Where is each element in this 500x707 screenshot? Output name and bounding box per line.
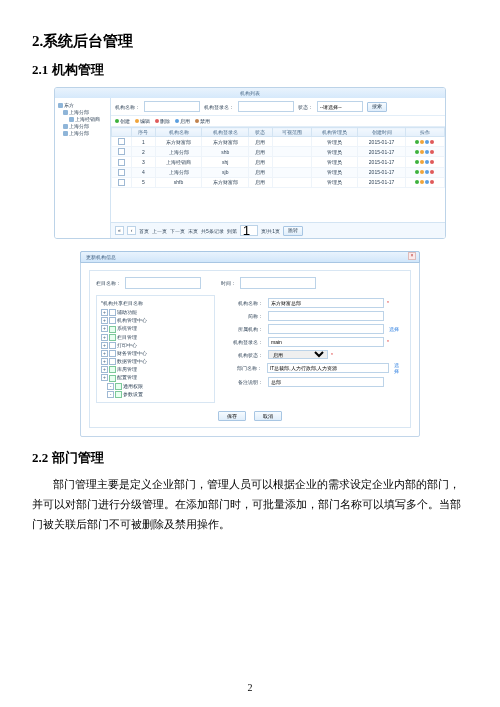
tree-item[interactable]: -参数设置 <box>101 390 210 398</box>
action-icon[interactable] <box>420 140 424 144</box>
action-icon[interactable] <box>420 160 424 164</box>
tree-item[interactable]: +系统管理 <box>101 324 210 332</box>
search-org-name[interactable] <box>144 101 200 112</box>
pager-go[interactable]: 跳转 <box>283 226 303 236</box>
action-icon[interactable] <box>420 150 424 154</box>
pager-prev[interactable]: ‹ <box>127 226 136 235</box>
checkbox[interactable] <box>109 350 116 357</box>
checkbox[interactable] <box>109 326 116 333</box>
search-button[interactable]: 搜索 <box>367 102 387 112</box>
expand-icon[interactable]: + <box>101 358 108 365</box>
expand-icon[interactable]: + <box>101 366 108 373</box>
close-icon[interactable]: × <box>408 252 416 260</box>
action-icon[interactable] <box>430 150 434 154</box>
tree-item[interactable]: 上海分部 <box>69 109 89 115</box>
enable-button[interactable]: 启用 <box>175 118 190 124</box>
action-icon[interactable] <box>425 170 429 174</box>
tree-item[interactable]: +打印中心 <box>101 341 210 349</box>
table-cell: shfb <box>155 177 202 187</box>
remark-input[interactable] <box>268 377 384 387</box>
checkbox[interactable] <box>109 375 116 382</box>
table-row[interactable]: 2上海分部shb启用管理员2015-01-17 <box>112 147 445 157</box>
edit-button[interactable]: 编辑 <box>135 118 150 124</box>
checkbox[interactable] <box>109 358 116 365</box>
search-status[interactable] <box>317 101 363 112</box>
action-icon[interactable] <box>415 150 419 154</box>
org-name-input[interactable] <box>268 298 384 308</box>
row-checkbox[interactable] <box>118 138 125 145</box>
save-button[interactable]: 保存 <box>218 411 246 421</box>
pager-first[interactable]: « <box>115 226 124 235</box>
row-checkbox[interactable] <box>118 159 125 166</box>
checkbox[interactable] <box>115 391 122 398</box>
action-icon[interactable] <box>430 180 434 184</box>
dept-input[interactable] <box>267 363 389 373</box>
short-name-input[interactable] <box>268 311 384 321</box>
action-icon[interactable] <box>430 170 434 174</box>
expand-icon[interactable]: + <box>101 325 108 332</box>
checkbox[interactable] <box>109 342 116 349</box>
expand-icon[interactable]: + <box>101 342 108 349</box>
checkbox[interactable] <box>109 334 116 341</box>
row-checkbox[interactable] <box>118 148 125 155</box>
tree-item[interactable]: +机构管理中心 <box>101 316 210 324</box>
dept-description: 部门管理主要是定义企业部门，管理人员可以根据企业的需求设定企业内部的部门，并可以… <box>32 475 468 535</box>
time-input[interactable] <box>240 277 316 289</box>
expand-icon[interactable]: + <box>101 350 108 357</box>
table-row[interactable]: 1东方财富部东方财富部启用管理员2015-01-17 <box>112 137 445 147</box>
checkbox[interactable] <box>109 366 116 373</box>
action-icon[interactable] <box>430 160 434 164</box>
column-name-input[interactable] <box>125 277 201 289</box>
checkbox[interactable] <box>109 309 116 316</box>
table-row[interactable]: 4上海分部sjb启用管理员2015-01-17 <box>112 167 445 177</box>
action-icon[interactable] <box>425 140 429 144</box>
action-icon[interactable] <box>425 160 429 164</box>
pager-label: 到第 <box>227 228 237 234</box>
cancel-button[interactable]: 取消 <box>254 411 282 421</box>
tree-item[interactable]: +财务管理中心 <box>101 349 210 357</box>
action-icon[interactable] <box>420 170 424 174</box>
tree-root[interactable]: 东方 <box>64 102 74 108</box>
tree-item[interactable]: 上海分部 <box>69 130 89 136</box>
action-icon[interactable] <box>415 160 419 164</box>
action-icon[interactable] <box>415 170 419 174</box>
search-login[interactable] <box>238 101 294 112</box>
expand-icon[interactable]: + <box>101 317 108 324</box>
expand-icon[interactable]: + <box>101 334 108 341</box>
status-select[interactable]: 启用 <box>268 350 328 359</box>
tree-item[interactable]: +库房管理 <box>101 365 210 373</box>
row-checkbox[interactable] <box>118 169 125 176</box>
disable-button[interactable]: 禁用 <box>195 118 210 124</box>
checkbox[interactable] <box>109 317 116 324</box>
parent-org-input[interactable] <box>268 324 384 334</box>
tree-item[interactable]: 上海经销商 <box>75 116 100 122</box>
collapse-icon[interactable]: - <box>107 391 114 398</box>
tree-item[interactable]: 上海分部 <box>69 123 89 129</box>
action-icon[interactable] <box>425 180 429 184</box>
row-checkbox[interactable] <box>118 179 125 186</box>
action-icon[interactable] <box>415 140 419 144</box>
org-tree[interactable]: 东方 上海分部 上海经销商 上海分部 上海分部 <box>55 98 111 238</box>
table-row[interactable]: 5shfb东方财富部启用管理员2015-01-17 <box>112 177 445 187</box>
action-icon[interactable] <box>420 180 424 184</box>
delete-button[interactable]: 删除 <box>155 118 170 124</box>
create-button[interactable]: 创建 <box>115 118 130 124</box>
action-icon[interactable] <box>430 140 434 144</box>
collapse-icon[interactable]: - <box>107 383 114 390</box>
expand-icon[interactable]: + <box>101 309 108 316</box>
tree-item[interactable]: +栏目管理 <box>101 333 210 341</box>
checkbox[interactable] <box>115 383 122 390</box>
heading-system-admin: 2.系统后台管理 <box>32 32 468 51</box>
login-name-input[interactable] <box>268 337 384 347</box>
tree-item[interactable]: +数据管理中心 <box>101 357 210 365</box>
choose-parent-link[interactable]: 选择 <box>389 326 399 332</box>
tree-item[interactable]: +辅助功能 <box>101 308 210 316</box>
tree-item[interactable]: +配置管理 <box>101 373 210 381</box>
expand-icon[interactable]: + <box>101 374 108 381</box>
action-icon[interactable] <box>415 180 419 184</box>
table-row[interactable]: 3上海经销商shj启用管理员2015-01-17 <box>112 157 445 167</box>
action-icon[interactable] <box>425 150 429 154</box>
choose-dept-link[interactable]: 选择 <box>394 362 404 374</box>
pager-page-input[interactable] <box>240 225 258 236</box>
tree-item[interactable]: -通用权限 <box>101 382 210 390</box>
